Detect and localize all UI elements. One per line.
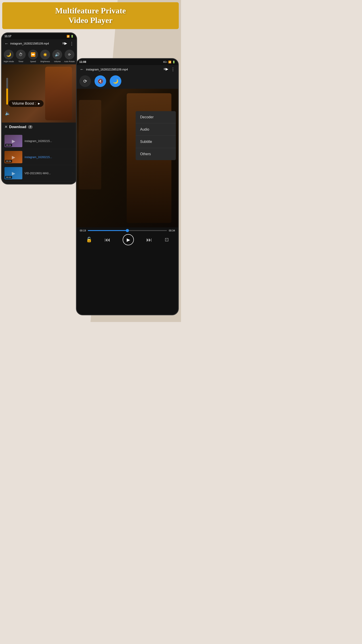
battery-icon: 🔋 [71, 35, 74, 38]
phone2-night-icon: 🌙 [113, 78, 118, 84]
total-time: 00:34 [169, 229, 175, 232]
phone2-controls-row: ⟳ 🔇 🌙 [77, 74, 178, 89]
night-mode-icon[interactable]: 🌙 [4, 50, 14, 60]
phone1-bottom-nav: ■ ⏺ [2, 181, 76, 184]
video-thumb-3: ▶ 00:03 [4, 167, 22, 179]
rotate-icon: ⟳ [83, 78, 87, 84]
dropdown-audio[interactable]: Audio [136, 124, 176, 136]
control-volume[interactable]: 🔊 Volume [52, 50, 63, 62]
progress-thumb[interactable] [126, 229, 129, 232]
brightness-icon[interactable]: ☀️ [40, 50, 50, 60]
phone2-signal-icon: 4G+ [163, 61, 167, 63]
speaker-icon: 🔈 [5, 110, 10, 116]
time-row: 00:19 00:34 [80, 229, 175, 232]
phone1-stop-button[interactable]: ■ [28, 184, 35, 184]
phone2-rotate-button[interactable]: ⟳ [79, 75, 91, 87]
phone2-menu-icon[interactable]: ⋮ [171, 67, 175, 72]
video-duration-3: 00:03 [5, 176, 12, 179]
download-header: ✕ Download 7 [4, 125, 74, 129]
pip-button[interactable]: ⊡ [165, 237, 169, 242]
phone2-header: ← instagram_1628321585109.mp4 ≡▶ ⋮ [77, 65, 178, 74]
phone1-download-panel: ✕ Download 7 [2, 122, 76, 133]
autorotate-icon[interactable]: ⟳ [64, 50, 74, 60]
mute-icon: 🔇 [98, 78, 103, 84]
phone2-figure-side [79, 100, 101, 190]
play-button[interactable]: ▶ [123, 234, 134, 245]
phone1-controls-row: 🌙 Night Mode ⏱ Timer ⏩ Speed ☀️ Brightne… [2, 48, 76, 64]
subtitle-label: Subtitle [140, 140, 152, 144]
video-thumb-2: ▶ 00:34 [4, 151, 22, 163]
video-name-1: instagram_16283215... [24, 140, 74, 143]
phone1-menu-icon[interactable]: ⋮ [70, 41, 74, 46]
download-close-icon[interactable]: ✕ [4, 125, 7, 129]
playback-controls: 🔓 ⏮ ▶ ⏭ ⊡ [80, 233, 175, 247]
record-icon: ⏺ [45, 184, 49, 185]
phone1: 11:17 📶 🔋 ← instagram_1628321585109.mp4 … [1, 32, 77, 184]
phone1-playlist-icon[interactable]: ≡▶ [62, 41, 67, 46]
phone2-video-wrapper: Decoder Audio Subtitle Others [77, 89, 178, 228]
phone2-header-icons: ≡▶ ⋮ [164, 67, 175, 72]
wifi-icon: 📶 [67, 35, 70, 38]
prev-button[interactable]: ⏮ [105, 236, 110, 243]
video-item-2[interactable]: ▶ 00:34 instagram_16283215... [2, 149, 76, 165]
progress-track[interactable] [88, 230, 167, 231]
app-banner: Multifeature Private Video Player [2, 2, 179, 29]
phone2-status-bar: 11:08 4G+ 📶 🔋 [77, 59, 178, 65]
phone2-playlist-icon[interactable]: ≡▶ [164, 67, 168, 72]
control-timer[interactable]: ⏱ Timer [15, 50, 26, 62]
phone2-mute-button[interactable]: 🔇 [94, 75, 106, 87]
phone1-video-list: ▶ 00:24 instagram_16283215... ▶ 00:34 in… [2, 133, 76, 181]
banner-title: Multifeature Private Video Player [55, 6, 126, 25]
download-badge: 7 [28, 125, 33, 129]
phone2-battery-icon: 🔋 [172, 60, 175, 64]
phone1-record-button[interactable]: ⏺ [43, 184, 50, 184]
volume-slider-container[interactable] [6, 78, 8, 105]
phone2-status-icons: 4G+ 📶 🔋 [163, 60, 175, 64]
video-item-1[interactable]: ▶ 00:24 instagram_16283215... [2, 133, 76, 149]
video-thumb-1: ▶ 00:24 [4, 135, 22, 147]
download-title: Download [9, 125, 26, 129]
phone1-time: 11:17 [4, 35, 11, 38]
phone2-dropdown-menu: Decoder Audio Subtitle Others [136, 111, 176, 160]
control-autorotate[interactable]: ⟳ Auto Rotate [64, 50, 75, 62]
video-duration-1: 00:24 [5, 144, 12, 146]
dropdown-others[interactable]: Others [136, 148, 176, 160]
lock-button[interactable]: 🔓 [86, 237, 92, 242]
phone2-night-button[interactable]: 🌙 [110, 75, 121, 87]
phone1-status-bar: 11:17 📶 🔋 [2, 33, 76, 39]
phone1-back-button[interactable]: ← [4, 41, 8, 46]
speed-label: Speed [30, 60, 36, 62]
phone2-wifi-icon: 📶 [168, 60, 171, 64]
autorotate-label: Auto Rotate [64, 60, 75, 62]
volume-track[interactable] [6, 78, 8, 105]
video-item-3[interactable]: ▶ 00:03 VID-20210601-WA0... [2, 165, 76, 181]
control-brightness[interactable]: ☀️ Brightness [39, 50, 51, 62]
dropdown-decoder[interactable]: Decoder [136, 111, 176, 124]
volume-boost-arrow: ▶ [38, 102, 40, 105]
volume-fill [6, 88, 8, 105]
control-speed[interactable]: ⏩ Speed [27, 50, 39, 62]
phone2-video-title: instagram_1628321585109.mp4 [86, 68, 161, 71]
dropdown-subtitle[interactable]: Subtitle [136, 136, 176, 148]
timer-icon[interactable]: ⏱ [16, 50, 26, 60]
video-name-2: instagram_16283215... [24, 156, 74, 159]
phone1-header: ← instagram_1628321585109.mp4 ≡▶ ⋮ [2, 39, 76, 48]
phone2-time: 11:08 [79, 60, 86, 64]
video-name-3: VID-20210601-WA0... [24, 172, 74, 175]
stop-icon: ■ [30, 184, 33, 185]
play-icon: ▶ [127, 237, 130, 242]
control-night-mode[interactable]: 🌙 Night Mode [3, 50, 14, 62]
brightness-label: Brightness [40, 60, 50, 62]
next-button[interactable]: ⏭ [146, 236, 152, 243]
phone1-video-area: Volume Boost : ▶ 🔈 [2, 64, 76, 122]
phone1-header-icons: ≡▶ ⋮ [62, 41, 74, 46]
phone1-status-icons: 📶 🔋 [67, 35, 74, 38]
volume-icon[interactable]: 🔊 [52, 50, 62, 60]
progress-fill [88, 230, 129, 231]
volume-thumb [6, 88, 8, 90]
video-duration-2: 00:34 [5, 160, 12, 162]
phone2-back-button[interactable]: ← [80, 67, 84, 72]
audio-label: Audio [140, 128, 149, 131]
speed-icon[interactable]: ⏩ [28, 50, 38, 60]
phone2-playback-bar: 00:19 00:34 🔓 ⏮ ▶ ⏭ ⊡ [77, 228, 178, 248]
